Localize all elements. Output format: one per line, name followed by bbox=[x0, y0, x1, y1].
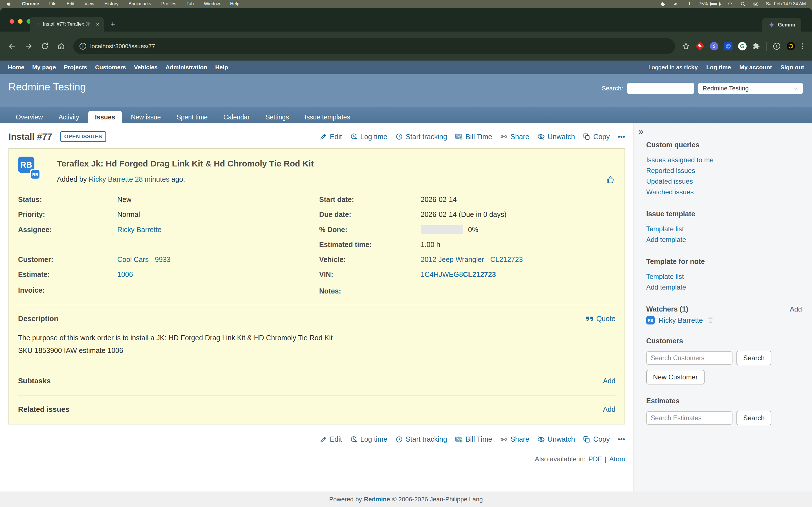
new-customer-button[interactable]: New Customer bbox=[646, 370, 705, 385]
start-tracking-action[interactable]: Start tracking bbox=[395, 133, 447, 141]
site-info-icon[interactable] bbox=[80, 43, 86, 50]
more-actions[interactable]: ••• bbox=[618, 133, 625, 141]
battery-saver-icon[interactable] bbox=[772, 42, 781, 50]
chrome-menu-icon[interactable] bbox=[801, 43, 804, 49]
pdf-link[interactable]: PDF bbox=[589, 455, 602, 463]
docker-menubar-icon[interactable] bbox=[660, 1, 666, 7]
battery-indicator[interactable]: 75% bbox=[699, 1, 720, 6]
tab-issue-templates[interactable]: Issue templates bbox=[298, 111, 357, 123]
seahorse-app-menubar-icon[interactable] bbox=[686, 1, 692, 7]
address-bar[interactable]: localhost:3000/issues/77 bbox=[73, 38, 675, 54]
extension-icon-swirl[interactable] bbox=[710, 42, 718, 50]
creature-app-menubar-icon[interactable] bbox=[673, 1, 679, 7]
log-time-action[interactable]: Log time bbox=[350, 133, 388, 141]
copy-action-bottom[interactable]: Copy bbox=[583, 435, 610, 443]
tab-overview[interactable]: Overview bbox=[9, 111, 50, 123]
menubar-item-view[interactable]: View bbox=[85, 1, 94, 6]
search-customers-button[interactable]: Search bbox=[737, 351, 771, 365]
issue-add-template-link[interactable]: Add template bbox=[646, 234, 802, 245]
topmenu-help[interactable]: Help bbox=[215, 64, 228, 71]
copy-action[interactable]: Copy bbox=[583, 133, 610, 141]
menubar-item-file[interactable]: File bbox=[49, 1, 56, 6]
tab-issues[interactable]: Issues bbox=[88, 111, 122, 123]
bill-time-action[interactable]: Bill Time bbox=[455, 133, 492, 141]
tab-activity[interactable]: Activity bbox=[52, 111, 86, 123]
extensions-puzzle-icon[interactable] bbox=[752, 42, 761, 50]
watcher-name-link[interactable]: Ricky Barrette bbox=[659, 316, 703, 325]
start-tracking-action-bottom[interactable]: Start tracking bbox=[395, 435, 447, 443]
topmenu-customers[interactable]: Customers bbox=[95, 64, 126, 71]
menubar-clock[interactable]: Sat Feb 14 9:34 AM bbox=[766, 1, 806, 6]
vehicle-link[interactable]: 2012 Jeep Wrangler - CL212723 bbox=[421, 256, 523, 263]
tab-settings[interactable]: Settings bbox=[259, 111, 296, 123]
extension-icon-red[interactable] bbox=[696, 42, 704, 50]
menubar-item-history[interactable]: History bbox=[104, 1, 118, 6]
profile-avatar[interactable] bbox=[786, 42, 795, 50]
bill-time-action-bottom[interactable]: Bill Time bbox=[455, 435, 492, 443]
menubar-app-name[interactable]: Chrome bbox=[22, 1, 39, 6]
topmenu-sign-out[interactable]: Sign out bbox=[780, 64, 804, 71]
menubar-item-edit[interactable]: Edit bbox=[66, 1, 74, 6]
bookmark-star-icon[interactable] bbox=[682, 42, 690, 50]
redmine-link[interactable]: Redmine bbox=[364, 496, 390, 503]
query-watched-issues[interactable]: Watched issues bbox=[646, 187, 802, 198]
topmenu-administration[interactable]: Administration bbox=[165, 64, 207, 71]
add-subtask-link[interactable]: Add bbox=[603, 377, 615, 385]
topmenu-log-time[interactable]: Log time bbox=[706, 64, 731, 71]
search-estimates-input[interactable] bbox=[646, 411, 732, 425]
share-action-bottom[interactable]: Share bbox=[500, 435, 529, 443]
unwatch-action[interactable]: Unwatch bbox=[537, 133, 575, 141]
unwatch-action-bottom[interactable]: Unwatch bbox=[537, 435, 575, 443]
share-action[interactable]: Share bbox=[500, 133, 529, 141]
delete-watcher-icon[interactable] bbox=[707, 317, 714, 324]
forward-icon[interactable] bbox=[24, 42, 33, 50]
tab-spent-time[interactable]: Spent time bbox=[170, 111, 214, 123]
gemini-button[interactable]: Gemini bbox=[762, 18, 801, 32]
extension-icon-at[interactable] bbox=[724, 42, 732, 50]
quick-search-input[interactable] bbox=[627, 83, 694, 94]
spotlight-search-icon[interactable] bbox=[740, 1, 746, 7]
add-watcher-link[interactable]: Add bbox=[790, 305, 802, 313]
tab-close-icon[interactable] bbox=[96, 21, 99, 27]
note-add-template-link[interactable]: Add template bbox=[646, 282, 802, 293]
quote-action[interactable]: Quote bbox=[586, 315, 615, 323]
note-template-list-link[interactable]: Template list bbox=[646, 271, 802, 282]
minimize-window-button[interactable] bbox=[18, 19, 22, 24]
url-text[interactable]: localhost:3000/issues/77 bbox=[90, 43, 155, 50]
assignee-link[interactable]: Ricky Barrette bbox=[117, 226, 161, 233]
browser-tab[interactable]: Install #77: Teraflex Jk: Hd Fo bbox=[30, 17, 104, 32]
tab-new-issue[interactable]: New issue bbox=[124, 111, 167, 123]
topmenu-home[interactable]: Home bbox=[8, 64, 24, 71]
control-center-icon[interactable] bbox=[753, 1, 759, 7]
new-tab-button[interactable] bbox=[110, 20, 115, 28]
query-reported-issues[interactable]: Reported issues bbox=[646, 165, 802, 176]
menubar-item-bookmarks[interactable]: Bookmarks bbox=[129, 1, 151, 6]
edit-action-bottom[interactable]: Edit bbox=[319, 435, 342, 443]
home-icon[interactable] bbox=[57, 42, 65, 50]
search-customers-input[interactable] bbox=[646, 351, 732, 365]
author-link[interactable]: Ricky Barrette bbox=[89, 175, 133, 183]
added-time-link[interactable]: 28 minutes bbox=[135, 175, 169, 183]
vin-link[interactable]: 1C4HJWEG8CL212723 bbox=[421, 270, 496, 278]
customer-link[interactable]: Cool Cars - 9933 bbox=[117, 256, 170, 263]
menubar-item-profiles[interactable]: Profiles bbox=[161, 1, 176, 6]
add-related-issue-link[interactable]: Add bbox=[603, 405, 615, 413]
query-updated-issues[interactable]: Updated issues bbox=[646, 176, 802, 187]
reload-icon[interactable] bbox=[41, 42, 49, 50]
close-window-button[interactable] bbox=[10, 19, 14, 24]
menubar-item-tab[interactable]: Tab bbox=[186, 1, 194, 6]
topmenu-my-page[interactable]: My page bbox=[32, 64, 56, 71]
wifi-icon[interactable] bbox=[727, 1, 733, 7]
thumbs-up-icon[interactable] bbox=[606, 175, 615, 184]
extension-icon-grammarly[interactable] bbox=[738, 42, 747, 50]
tab-calendar[interactable]: Calendar bbox=[216, 111, 256, 123]
project-jump-select[interactable]: Redmine Testing bbox=[698, 83, 803, 94]
menubar-item-help[interactable]: Help bbox=[230, 1, 239, 6]
estimate-link[interactable]: 1006 bbox=[117, 270, 133, 278]
more-actions-bottom[interactable]: ••• bbox=[618, 435, 625, 443]
apple-menu-icon[interactable] bbox=[6, 1, 12, 7]
sidebar-collapse-icon[interactable]: » bbox=[638, 126, 644, 136]
topmenu-vehicles[interactable]: Vehicles bbox=[134, 64, 158, 71]
query-issues-assigned-to-me[interactable]: Issues assigned to me bbox=[646, 155, 802, 165]
menubar-item-window[interactable]: Window bbox=[204, 1, 220, 6]
